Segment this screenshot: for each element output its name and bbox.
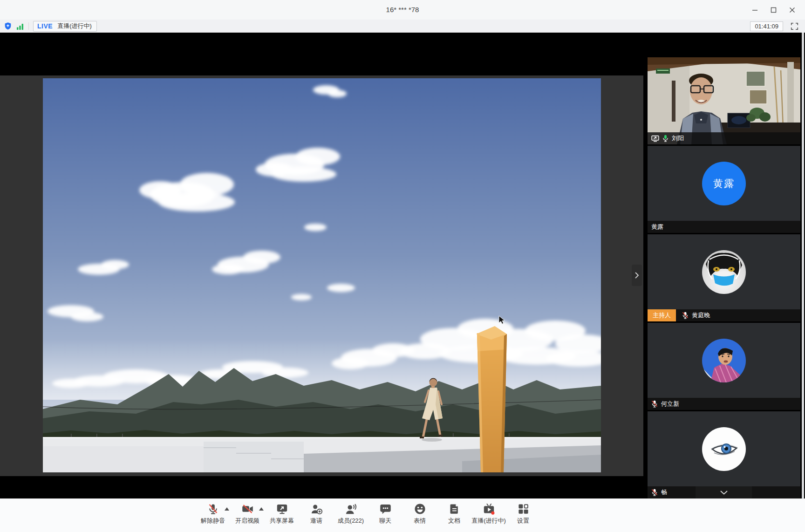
more-participants-button[interactable] (696, 486, 752, 498)
share-screen-icon (276, 503, 288, 515)
emoji-icon (414, 503, 426, 515)
maximize-icon (771, 7, 777, 13)
meeting-timer: 01:41:09 (750, 21, 783, 31)
participant-name: 黄庭晚 (692, 311, 710, 320)
cat-avatar-image (702, 250, 746, 294)
shield-icon[interactable] (4, 22, 12, 30)
separator (28, 22, 29, 30)
live-status-text: 直播(进行中) (57, 22, 92, 30)
button-label: 解除静音 (201, 517, 225, 525)
chat-button[interactable]: 聊天 (368, 503, 402, 525)
participant-tile-helixin[interactable]: 何立新 (648, 323, 800, 410)
button-label: 成员(222) (338, 517, 364, 525)
mic-options-caret[interactable] (225, 507, 229, 511)
mic-muted-icon (651, 400, 658, 408)
start-video-button[interactable]: 开启视频 (230, 503, 265, 525)
button-label: 聊天 (379, 517, 391, 525)
participant-name: 黄露 (651, 223, 663, 231)
mic-on-icon (662, 135, 669, 142)
photo-avatar-image (702, 339, 746, 382)
live-streaming-button[interactable]: 直播(进行中) (471, 503, 506, 525)
main-stage (0, 33, 647, 498)
participant-video (648, 57, 800, 144)
participant-tile-liuyang[interactable]: 刘阳 (648, 57, 800, 144)
participant-name: 何立新 (661, 400, 679, 408)
avatar-initials: 黄露 (713, 177, 735, 190)
eye-avatar-image (702, 427, 746, 471)
minimize-button[interactable] (745, 0, 764, 20)
bottom-toolbar: 解除静音 开启视频 共享 (0, 498, 805, 532)
participant-tile-huanglu[interactable]: 黄露 黄露 (648, 146, 800, 233)
window-controls (745, 0, 801, 20)
sidebar-scrollbar[interactable] (802, 33, 804, 498)
button-label: 开启视频 (235, 517, 259, 525)
name-bar: 主持人 黄庭晚 (648, 309, 800, 321)
button-label: 共享屏幕 (270, 517, 294, 525)
button-label: 设置 (517, 517, 529, 525)
close-button[interactable] (783, 0, 801, 20)
unmute-button[interactable]: 解除静音 (196, 503, 230, 525)
chevron-down-icon (720, 490, 728, 495)
button-label: 直播(进行中) (471, 517, 506, 525)
avatar: 黄露 (702, 162, 746, 205)
participant-tile-huangtingwan[interactable]: 主持人 黄庭晚 (648, 234, 800, 321)
titlebar: 16* *** *78 (0, 0, 805, 20)
chat-icon (379, 503, 392, 515)
status-left: LIVE 直播(进行中) (4, 20, 97, 33)
minimize-icon (752, 7, 758, 13)
share-screen-button[interactable]: 共享屏幕 (265, 503, 299, 525)
button-label: 表情 (414, 517, 426, 525)
name-bar: 刘阳 (648, 132, 800, 144)
close-icon (789, 7, 795, 13)
button-label: 文档 (448, 517, 460, 525)
live-badge: LIVE (37, 22, 53, 30)
invite-button[interactable]: 邀请 (299, 503, 334, 525)
settings-button[interactable]: 设置 (506, 503, 540, 525)
fullscreen-icon[interactable] (791, 22, 798, 30)
maximize-button[interactable] (764, 0, 783, 20)
name-bar: 黄露 (648, 221, 800, 233)
mic-muted-icon (682, 312, 689, 319)
status-bar: LIVE 直播(进行中) 01:41:09 (0, 20, 805, 33)
status-right: 01:41:09 (750, 20, 798, 33)
avatar (702, 339, 746, 382)
meeting-window: 16* *** *78 LIVE 直播(进行中) 01:41:09 (0, 0, 805, 532)
orange-monolith (476, 326, 507, 472)
mic-muted-icon (207, 503, 219, 515)
rooftop-walls (43, 433, 601, 472)
documents-button[interactable]: 文档 (437, 503, 471, 525)
button-label: 邀请 (310, 517, 322, 525)
members-icon (345, 503, 357, 515)
members-button[interactable]: 成员(222) (334, 503, 368, 525)
participant-name: 畅 (661, 488, 667, 497)
participant-tile-chang[interactable]: 畅 (648, 411, 800, 498)
settings-icon (517, 503, 530, 515)
participant-name: 刘阳 (672, 134, 684, 143)
name-bar: 何立新 (648, 398, 800, 410)
mic-muted-icon (651, 489, 658, 496)
avatar (702, 250, 746, 294)
screen-share-indicator-icon (651, 135, 659, 142)
invite-icon (310, 503, 323, 515)
chevron-right-icon (634, 272, 639, 279)
document-icon (448, 503, 461, 515)
participants-sidebar: 刘阳 黄露 黄露 (647, 33, 805, 498)
host-badge: 主持人 (648, 309, 676, 321)
video-options-caret[interactable] (259, 507, 264, 511)
live-status-box[interactable]: LIVE 直播(进行中) (33, 21, 97, 32)
emoji-button[interactable]: 表情 (402, 503, 437, 525)
camera-off-icon (241, 503, 254, 515)
window-title: 16* *** *78 (0, 0, 805, 20)
network-signal-icon[interactable] (16, 22, 24, 30)
live-tv-icon (483, 503, 495, 515)
collapse-sidebar-button[interactable] (632, 265, 642, 286)
stage-video[interactable] (43, 78, 601, 472)
avatar (702, 427, 746, 471)
toolbar-buttons: 解除静音 开启视频 共享 (196, 503, 540, 525)
